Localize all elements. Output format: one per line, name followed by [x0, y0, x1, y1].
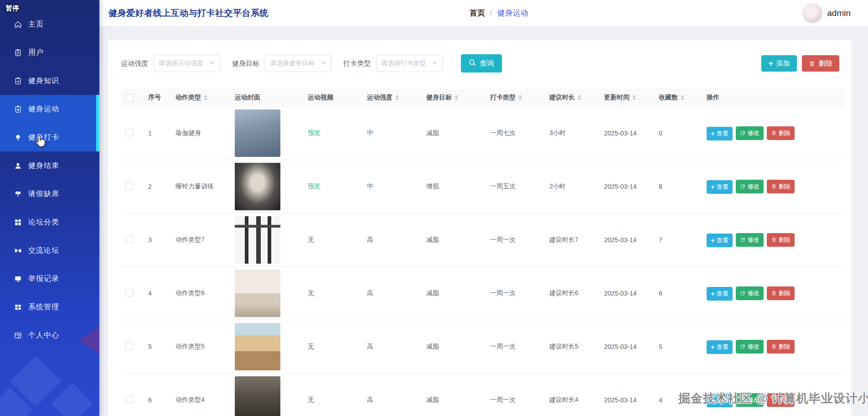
cell-updated: 2025-03-14: [599, 396, 654, 404]
table-row: 5动作类型5无高减脂一周一次建议时长52025-03-145+查看修改删除: [121, 320, 845, 374]
column-header-updated[interactable]: 更新时间: [599, 94, 654, 102]
video-none-text: 无: [308, 396, 314, 403]
data-table: 序号动作类型运动封面运动视频运动强度健身目标打卡类型建议时长更新时间收藏数操作1…: [121, 89, 845, 416]
cell-cover: [230, 109, 303, 157]
breadcrumb-home[interactable]: 首页: [470, 8, 485, 18]
sidebar-item-fitness-knowledge[interactable]: 健身知识: [0, 67, 99, 95]
cell-goal: 减脂: [422, 129, 486, 137]
plus-icon: +: [711, 397, 715, 404]
row-checkbox[interactable]: [125, 342, 133, 350]
select-all-checkbox[interactable]: [125, 94, 133, 102]
column-header-favorites[interactable]: 收藏数: [654, 94, 702, 102]
row-view-button[interactable]: +查看: [707, 127, 733, 140]
column-header-checkin_type[interactable]: 打卡类型: [486, 94, 545, 102]
add-button[interactable]: +添加: [761, 55, 797, 72]
delete-button[interactable]: 删除: [802, 55, 839, 72]
sidebar-item-users[interactable]: 用户: [0, 38, 99, 67]
username: admin: [827, 8, 851, 18]
cell-favorites: 5: [654, 343, 702, 350]
column-header-label: 操作: [707, 94, 719, 102]
column-header-label: 建议时长: [549, 94, 575, 102]
row-edit-button[interactable]: 修改: [736, 286, 764, 300]
sidebar-item-forum-category[interactable]: 论坛分类: [0, 208, 99, 236]
cell-cover: [230, 376, 303, 416]
filter-select-0[interactable]: 请选择运动强度: [154, 55, 220, 72]
row-delete-button[interactable]: 删除: [767, 233, 795, 247]
row-delete-button[interactable]: 删除: [767, 340, 795, 354]
row-delete-button[interactable]: 删除: [767, 126, 795, 140]
cover-image[interactable]: [235, 376, 280, 416]
row-edit-button[interactable]: 修改: [736, 233, 764, 247]
cell-goal: 减脂: [422, 343, 486, 351]
sidebar-item-label: 用户: [28, 48, 44, 57]
cover-image[interactable]: [235, 163, 280, 210]
column-header-sel[interactable]: [121, 94, 144, 102]
cell-favorites: 0: [654, 130, 702, 137]
sidebar-item-profile-center[interactable]: 个人中心: [0, 321, 99, 349]
sidebar-item-leave-absence[interactable]: 请假缺席: [0, 180, 99, 208]
cell-index: 1: [144, 130, 171, 137]
filter-select-2[interactable]: 请选择打卡类型: [376, 55, 443, 72]
cell-updated: 2025-03-14: [599, 290, 654, 297]
row-delete-button[interactable]: 删除: [767, 393, 795, 407]
sidebar-item-home[interactable]: 主页: [0, 10, 99, 38]
video-preview-link[interactable]: 预览: [308, 129, 320, 136]
cell-video: 无: [303, 343, 362, 351]
cell-action-type: 动作类型6: [171, 289, 230, 297]
row-delete-button[interactable]: 删除: [767, 286, 795, 300]
cell-duration: 2小时: [545, 182, 599, 191]
search-button[interactable]: 查询: [461, 54, 502, 73]
row-view-button[interactable]: +查看: [707, 287, 733, 301]
sidebar-item-system-management[interactable]: 系统管理: [0, 293, 99, 321]
column-header-goal[interactable]: 健身目标: [422, 94, 486, 102]
row-delete-button[interactable]: 删除: [767, 180, 795, 193]
sidebar-item-fitness-checkin[interactable]: 健身打卡: [0, 123, 99, 151]
sidebar-item-forum[interactable]: 交流论坛: [0, 236, 99, 265]
sidebar-item-fitness-exercise[interactable]: 健身运动: [0, 95, 99, 123]
cell-ops: +查看修改删除: [702, 393, 845, 407]
row-view-button[interactable]: +查看: [707, 394, 733, 407]
cell-index: 3: [144, 236, 171, 244]
cover-image[interactable]: [235, 323, 280, 370]
row-checkbox[interactable]: [125, 235, 133, 243]
row-checkbox[interactable]: [125, 289, 133, 296]
sidebar-item-label: 交流论坛: [28, 246, 59, 255]
cover-image[interactable]: [235, 109, 280, 157]
row-edit-button[interactable]: 修改: [736, 340, 764, 354]
cell-video: 无: [303, 396, 362, 404]
row-checkbox[interactable]: [125, 129, 133, 136]
trash-icon: [771, 290, 777, 296]
column-header-ops: 操作: [702, 94, 845, 102]
sidebar-item-report-records[interactable]: 举报记录: [0, 265, 99, 293]
sidebar-item-fitness-end[interactable]: 健身结束: [0, 151, 99, 180]
add-button-label: 添加: [776, 59, 790, 68]
row-edit-button[interactable]: 修改: [736, 180, 764, 193]
cell-index: 4: [144, 290, 171, 297]
row-edit-button[interactable]: 修改: [736, 126, 764, 140]
cell-action-type: 哑铃力量训练: [171, 182, 230, 191]
row-view-button[interactable]: +查看: [707, 180, 733, 194]
row-checkbox[interactable]: [125, 395, 133, 403]
avatar[interactable]: [802, 3, 822, 23]
cell-favorites: 7: [654, 236, 702, 244]
home-icon: [12, 19, 23, 30]
cell-duration: 建议时长6: [545, 289, 599, 297]
sidebar: 暂停 主页用户健身知识健身运动健身打卡健身结束请假缺席论坛分类交流论坛举报记录系…: [0, 0, 99, 416]
cell-action-type: 动作类型7: [171, 236, 230, 244]
view-label: 查看: [717, 343, 728, 351]
cell-select: [121, 235, 144, 244]
column-header-index: 序号: [144, 94, 171, 102]
row-checkbox[interactable]: [125, 182, 133, 190]
row-view-button[interactable]: +查看: [707, 234, 733, 247]
edit-icon: [740, 130, 746, 136]
cover-image[interactable]: [235, 216, 280, 264]
filter-select-1[interactable]: 请选择健身目标: [265, 55, 331, 72]
video-preview-link[interactable]: 预览: [308, 182, 320, 190]
cell-index: 6: [144, 396, 171, 404]
column-header-action_type[interactable]: 动作类型: [171, 94, 230, 102]
column-header-duration[interactable]: 建议时长: [545, 94, 599, 102]
column-header-intensity[interactable]: 运动强度: [362, 94, 422, 102]
row-edit-button[interactable]: 修改: [736, 393, 764, 407]
cover-image[interactable]: [235, 270, 280, 317]
row-view-button[interactable]: +查看: [707, 340, 733, 354]
